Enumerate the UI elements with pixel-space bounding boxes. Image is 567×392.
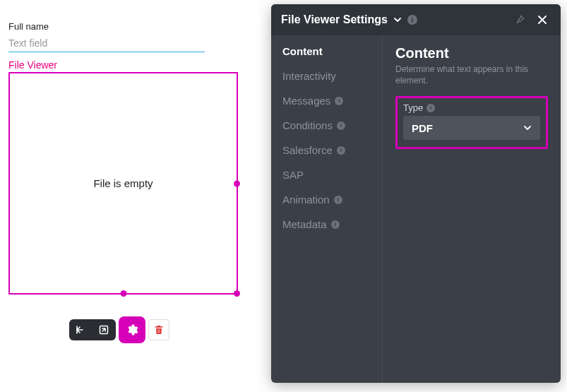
nav-item-content[interactable]: Content [282,45,371,57]
content-heading: Content [395,45,548,61]
settings-button[interactable] [120,318,144,342]
gear-icon [122,320,142,340]
info-icon: i [337,121,345,130]
settings-nav: Content Interactivity Messages i Conditi… [271,35,383,383]
file-viewer-element[interactable]: File is empty [8,72,238,295]
resize-handle-east[interactable] [234,180,240,186]
file-viewer-empty-text: File is empty [93,177,153,189]
full-name-input[interactable] [8,36,205,52]
type-label: Type [403,102,423,113]
nav-item-animation[interactable]: Animation i [282,194,371,206]
collapse-in-icon[interactable] [73,322,89,338]
nav-item-label: Conditions [282,119,333,131]
type-dropdown[interactable]: PDF [403,116,540,140]
nav-item-label: Interactivity [282,70,336,82]
nav-item-label: Salesforce [282,144,333,156]
chevron-down-icon [523,124,532,132]
chevron-down-icon[interactable] [393,16,402,24]
field-label-full-name: Full name [8,21,263,32]
nav-item-label: Messages [282,95,330,107]
settings-panel-header[interactable]: File Viewer Settings i [271,4,561,35]
open-external-icon[interactable] [96,322,112,338]
nav-item-label: SAP [282,169,304,181]
resize-handle-south[interactable] [120,290,126,297]
nav-item-label: Animation [282,194,330,206]
close-icon[interactable] [534,11,551,28]
settings-panel: File Viewer Settings i Content Interacti… [271,4,561,383]
delete-button[interactable] [148,319,169,340]
selection-toolbar [69,318,169,342]
info-icon: i [331,220,340,229]
settings-panel-body: Content Interactivity Messages i Conditi… [271,35,561,383]
panel-title: File Viewer Settings [281,13,388,26]
settings-content-pane: Content Determine what text appears in t… [383,35,561,383]
info-icon: i [335,97,343,105]
nav-item-label: Metadata [282,218,327,230]
canvas-area: Full name File Viewer File is empty [8,21,263,295]
type-dropdown-value: PDF [412,122,433,134]
content-description: Determine what text appears in this elem… [395,64,544,86]
file-viewer-label: File Viewer [8,59,263,71]
nav-item-sap[interactable]: SAP [282,169,371,181]
pin-icon[interactable] [511,11,528,28]
nav-item-interactivity[interactable]: Interactivity [282,70,371,82]
resize-handle-southeast[interactable] [234,290,240,297]
toolbar-dark-group [69,319,116,340]
nav-item-metadata[interactable]: Metadata i [282,218,371,230]
type-setting-block: Type i PDF [395,96,548,149]
info-icon: i [337,146,345,155]
nav-item-messages[interactable]: Messages i [282,95,371,107]
info-icon[interactable]: i [407,15,417,25]
nav-item-label: Content [282,45,323,57]
nav-item-salesforce[interactable]: Salesforce i [282,144,371,156]
trash-icon [153,324,165,335]
info-icon[interactable]: i [426,104,435,112]
info-icon: i [334,196,342,204]
nav-item-conditions[interactable]: Conditions i [282,119,371,131]
